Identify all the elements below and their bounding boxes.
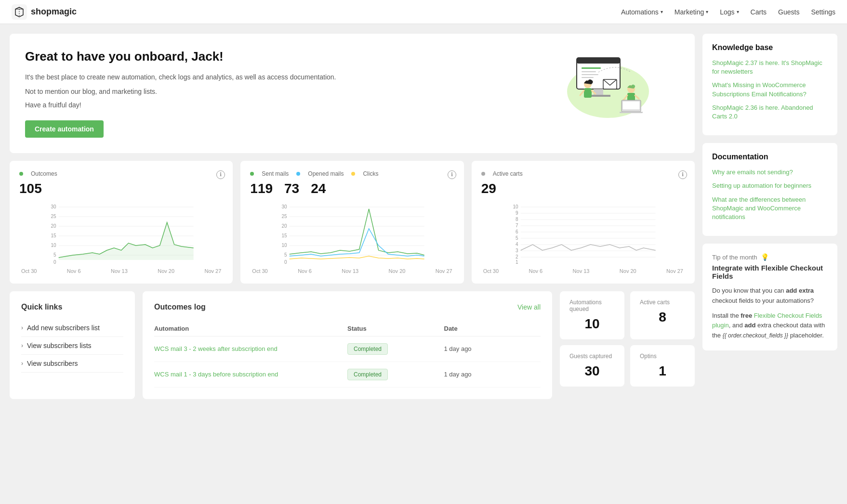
clicks-legend-dot <box>351 172 355 176</box>
top-stats-row: Automations queued 10 Active carts 8 <box>560 291 695 339</box>
main-layout: Great to have you onboard, Jack! It's th… <box>0 24 847 409</box>
nav-guests[interactable]: Guests <box>778 8 799 16</box>
logo-text: shopmagic <box>31 7 77 17</box>
create-automation-button[interactable]: Create automation <box>25 120 104 138</box>
outcomes-log-header: Outcomes log View all <box>154 303 541 311</box>
automations-queued-card: Automations queued 10 <box>560 291 624 339</box>
chevron-right-icon: › <box>21 324 23 331</box>
svg-text:25: 25 <box>282 214 288 219</box>
chevron-down-icon: ▾ <box>737 9 739 14</box>
main-nav: Automations ▾ Marketing ▾ Logs ▾ Carts G… <box>621 8 835 16</box>
svg-text:30: 30 <box>282 204 288 209</box>
quick-links-card: Quick links › Add new subscribers list ›… <box>10 291 135 399</box>
svg-text:5: 5 <box>284 252 287 258</box>
tip-body-2: Install the free Flexible Checkout Field… <box>712 311 828 341</box>
svg-text:7: 7 <box>516 223 518 228</box>
nav-automations[interactable]: Automations ▾ <box>621 8 663 16</box>
guests-captured-label: Guests captured <box>569 353 615 360</box>
svg-text:10: 10 <box>51 243 57 248</box>
kb-link-1[interactable]: ShopMagic 2.37 is here. It's ShopMagic f… <box>712 59 828 76</box>
automation-link-1[interactable]: WCS mail 3 - 2 weeks after subscription … <box>154 345 347 352</box>
carts-chart-svg: 10 9 8 7 6 5 4 3 2 1 <box>481 202 685 265</box>
automation-link-2[interactable]: WCS mail 1 - 3 days before subscription … <box>154 371 347 378</box>
nav-marketing[interactable]: Marketing ▾ <box>675 8 708 16</box>
carts-info-icon[interactable]: ℹ <box>678 170 687 179</box>
logo[interactable]: shopmagic <box>12 4 77 20</box>
tip-title: Integrate with Flexible Checkout Fields <box>712 264 828 280</box>
svg-text:4: 4 <box>516 242 518 247</box>
tip-body: Do you know that you can add extra check… <box>712 286 828 306</box>
table-row: WCS mail 1 - 3 days before subscription … <box>154 362 541 388</box>
svg-rect-11 <box>584 88 592 98</box>
svg-text:15: 15 <box>282 233 288 238</box>
outcomes-x-labels: Oct 30 Nov 6 Nov 13 Nov 20 Nov 27 <box>19 268 223 274</box>
carts-values: 29 <box>481 181 685 196</box>
automations-queued-value: 10 <box>569 316 615 332</box>
svg-text:15: 15 <box>51 233 57 238</box>
svg-rect-8 <box>582 74 598 75</box>
doc-link-1[interactable]: Why are emails not sending? <box>712 168 828 177</box>
quick-link-add-subscribers[interactable]: › Add new subscribers list <box>21 319 123 337</box>
chevron-down-icon: ▾ <box>706 9 708 14</box>
svg-text:25: 25 <box>51 214 57 219</box>
carts-value: 29 <box>481 181 496 196</box>
knowledge-base-title: Knowledge base <box>712 43 828 52</box>
documentation-card: Documentation Why are emails not sending… <box>702 143 837 236</box>
quick-links-title: Quick links <box>21 303 123 311</box>
svg-rect-3 <box>577 58 620 64</box>
mails-legend: Sent mails Opened mails Clicks <box>250 170 454 177</box>
opened-legend-dot <box>296 172 300 176</box>
svg-text:30: 30 <box>51 204 57 209</box>
quick-link-view-lists[interactable]: › View subscribers lists <box>21 337 123 355</box>
svg-text:2: 2 <box>516 254 518 259</box>
tip-emoji: 💡 <box>761 253 769 261</box>
svg-text:10: 10 <box>282 243 288 248</box>
doc-link-2[interactable]: Setting up automation for beginners <box>712 181 828 190</box>
carts-legend-dot <box>481 172 485 176</box>
carts-chart-card: Active carts 29 ℹ 10 9 <box>472 161 695 284</box>
outcomes-legend-dot <box>19 172 23 176</box>
outcomes-value: 105 <box>19 181 42 196</box>
mails-info-icon[interactable]: ℹ <box>448 170 456 179</box>
header: shopmagic Automations ▾ Marketing ▾ Logs… <box>0 0 847 24</box>
mails-chart-svg: 30 25 20 15 10 5 0 <box>250 202 454 265</box>
mails-x-labels: Oct 30 Nov 6 Nov 13 Nov 20 Nov 27 <box>250 268 454 274</box>
tip-card: Tip of the month 💡 Integrate with Flexib… <box>702 244 837 350</box>
svg-text:20: 20 <box>282 223 288 229</box>
active-carts-stat-value: 8 <box>640 310 685 325</box>
outcomes-info-icon[interactable]: ℹ <box>216 170 225 179</box>
view-all-link[interactable]: View all <box>517 303 541 311</box>
svg-text:3: 3 <box>516 248 518 253</box>
nav-settings[interactable]: Settings <box>811 8 835 16</box>
quick-link-view-subscribers[interactable]: › View subscribers <box>21 355 123 373</box>
doc-link-3[interactable]: What are the differences between ShopMag… <box>712 195 828 222</box>
carts-legend: Active carts <box>481 170 685 177</box>
svg-text:8: 8 <box>516 217 518 222</box>
sent-legend-label: Sent mails <box>262 170 289 177</box>
status-badge-1: Completed <box>347 343 388 355</box>
sidebar: Knowledge base ShopMagic 2.37 is here. I… <box>702 34 837 399</box>
right-stats-section: Automations queued 10 Active carts 8 Gue… <box>560 291 695 399</box>
nav-logs[interactable]: Logs ▾ <box>720 8 739 16</box>
svg-rect-9 <box>582 77 594 78</box>
tip-label: Tip of the month <box>712 254 757 261</box>
col-automation: Automation <box>154 325 347 332</box>
welcome-illustration <box>560 43 656 120</box>
svg-text:0: 0 <box>53 259 56 265</box>
table-header: Automation Status Date <box>154 321 541 336</box>
svg-text:20: 20 <box>51 223 57 229</box>
knowledge-base-card: Knowledge base ShopMagic 2.37 is here. I… <box>702 34 837 135</box>
clicks-value: 24 <box>311 181 326 196</box>
content-area: Great to have you onboard, Jack! It's th… <box>10 34 695 399</box>
opened-value: 73 <box>284 181 299 196</box>
automations-queued-label: Automations queued <box>569 299 615 312</box>
kb-link-3[interactable]: ShopMagic 2.36 is here. Abandoned Carts … <box>712 103 828 121</box>
nav-carts[interactable]: Carts <box>751 8 767 16</box>
sent-legend-dot <box>250 172 254 176</box>
sent-value: 119 <box>250 181 273 196</box>
table-row: WCS mail 3 - 2 weeks after subscription … <box>154 336 541 362</box>
clicks-legend-label: Clicks <box>363 170 378 177</box>
active-carts-stat-card: Active carts 8 <box>630 291 695 339</box>
status-badge-2: Completed <box>347 369 388 380</box>
kb-link-2[interactable]: What's Missing in WooCommerce Subscripti… <box>712 81 828 98</box>
